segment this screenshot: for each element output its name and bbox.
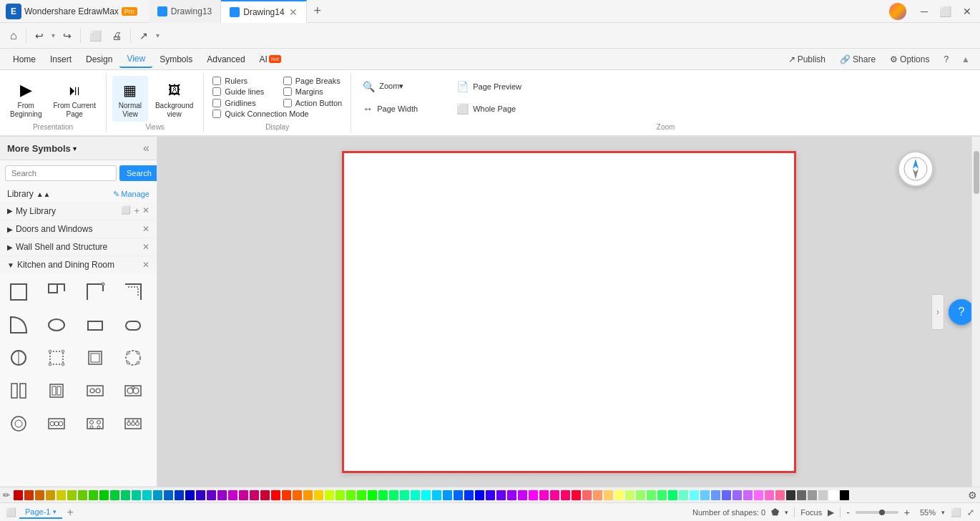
- page-preview-button[interactable]: 📄 Page Preview: [451, 79, 543, 94]
- play-button[interactable]: ▶: [828, 507, 834, 517]
- color-swatch[interactable]: [732, 490, 742, 500]
- color-swatch[interactable]: [743, 490, 753, 500]
- add-tab-button[interactable]: +: [307, 0, 329, 23]
- from-beginning-button[interactable]: ▶ FromBeginning: [6, 76, 46, 122]
- page-settings-icon[interactable]: ⬜: [6, 507, 16, 517]
- color-swatch[interactable]: [539, 490, 549, 500]
- tab-drawing13[interactable]: Drawing13: [149, 0, 221, 23]
- zoom-out-button[interactable]: -: [846, 507, 850, 518]
- my-library-add-icon[interactable]: +: [134, 205, 139, 216]
- page-width-button[interactable]: ↔ Page Width: [357, 101, 449, 117]
- gridlines-checkbox[interactable]: Gridlines: [212, 99, 271, 107]
- shape-item[interactable]: [117, 375, 149, 406]
- zoom-dropdown-button[interactable]: 🔍 Zoom▾: [357, 79, 449, 94]
- color-swatch[interactable]: [153, 490, 162, 500]
- collapse-sidebar-button[interactable]: «: [143, 142, 150, 155]
- color-swatch[interactable]: [196, 490, 205, 500]
- color-swatch[interactable]: [314, 490, 323, 500]
- shape-item[interactable]: [117, 408, 149, 439]
- shape-item[interactable]: [3, 342, 34, 374]
- print-button[interactable]: 🖨: [107, 28, 126, 44]
- color-swatch[interactable]: [625, 490, 634, 500]
- collapse-right-button[interactable]: ›: [931, 294, 944, 330]
- menu-design[interactable]: Design: [79, 52, 119, 67]
- color-swatch[interactable]: [400, 490, 409, 500]
- library-collapse-icon[interactable]: ▲▲: [36, 190, 51, 198]
- normal-view-button[interactable]: ▦ NormalView: [112, 76, 148, 122]
- help-button[interactable]: ?: [938, 52, 954, 67]
- color-swatch[interactable]: [335, 490, 345, 500]
- shape-item[interactable]: [41, 276, 72, 308]
- color-swatch[interactable]: [228, 490, 237, 500]
- whole-page-button[interactable]: ⬜ Whole Page: [451, 101, 543, 117]
- color-swatch[interactable]: [818, 490, 828, 500]
- color-selector-icon[interactable]: ✏: [3, 490, 10, 500]
- export-button[interactable]: ↗: [135, 28, 152, 44]
- color-swatch[interactable]: [67, 490, 77, 500]
- color-swatch[interactable]: [271, 490, 280, 500]
- menu-view[interactable]: View: [119, 51, 152, 68]
- color-swatch[interactable]: [217, 490, 227, 500]
- color-swatch[interactable]: [486, 490, 495, 500]
- settings-icon[interactable]: ⚙: [968, 490, 977, 501]
- redo-button[interactable]: ↪: [59, 28, 76, 44]
- shape-item[interactable]: [79, 408, 111, 439]
- options-button[interactable]: ⚙Options: [884, 52, 935, 67]
- color-swatch[interactable]: [840, 490, 849, 500]
- undo-dropdown[interactable]: ▾: [49, 29, 57, 42]
- color-swatch[interactable]: [808, 490, 817, 500]
- fullscreen-button[interactable]: ⤢: [967, 507, 974, 517]
- shape-item[interactable]: [41, 375, 72, 406]
- nav-compass[interactable]: [898, 151, 934, 187]
- color-swatch[interactable]: [35, 490, 44, 500]
- color-swatch[interactable]: [604, 490, 613, 500]
- color-swatch[interactable]: [765, 490, 774, 500]
- minimize-button[interactable]: ─: [918, 6, 931, 17]
- color-swatch[interactable]: [507, 490, 516, 500]
- color-swatch[interactable]: [110, 490, 119, 500]
- drawing-canvas[interactable]: [342, 151, 796, 473]
- shape-type-icon[interactable]: ⬟: [771, 507, 779, 517]
- shape-item[interactable]: [117, 309, 149, 341]
- kitchen-close-icon[interactable]: ✕: [142, 260, 150, 270]
- shape-item[interactable]: [3, 276, 34, 308]
- color-swatch[interactable]: [421, 490, 431, 500]
- action-button-checkbox[interactable]: Action Button: [283, 99, 342, 107]
- tab-drawing14[interactable]: Drawing14 ✕: [221, 0, 306, 23]
- color-swatch[interactable]: [175, 490, 184, 500]
- shape-dropdown[interactable]: ▾: [785, 509, 788, 516]
- color-swatch[interactable]: [24, 490, 34, 500]
- canvas-area[interactable]: › ?: [157, 137, 980, 487]
- my-library-close-icon[interactable]: ✕: [142, 205, 150, 216]
- color-swatch[interactable]: [207, 490, 216, 500]
- color-swatch[interactable]: [443, 490, 452, 500]
- color-swatch[interactable]: [239, 490, 248, 500]
- menu-ai[interactable]: AI hot: [253, 52, 288, 67]
- page-breaks-checkbox[interactable]: Page Breaks: [283, 77, 342, 85]
- color-swatch[interactable]: [260, 490, 270, 500]
- color-swatch[interactable]: [464, 490, 474, 500]
- color-swatch[interactable]: [142, 490, 152, 500]
- color-swatch[interactable]: [593, 490, 602, 500]
- kitchen-header[interactable]: ▼ Kitchen and Dining Room ✕: [0, 256, 157, 273]
- color-swatch[interactable]: [690, 490, 699, 500]
- color-swatch[interactable]: [46, 490, 55, 500]
- page-setup-button[interactable]: ⬜: [85, 28, 106, 44]
- menu-symbols[interactable]: Symbols: [152, 52, 200, 67]
- color-swatch[interactable]: [754, 490, 763, 500]
- color-swatch[interactable]: [636, 490, 645, 500]
- add-page-button[interactable]: +: [62, 505, 77, 520]
- zoom-dropdown[interactable]: ▾: [941, 509, 945, 516]
- my-library-export-icon[interactable]: ⬜: [121, 205, 131, 216]
- export-dropdown[interactable]: ▾: [154, 29, 162, 42]
- color-swatch[interactable]: [454, 490, 463, 500]
- color-swatch[interactable]: [496, 490, 506, 500]
- page-tab-active[interactable]: Page-1 ▾: [19, 506, 62, 519]
- undo-button[interactable]: ↩: [31, 28, 48, 44]
- shape-item[interactable]: [79, 276, 111, 308]
- color-swatch[interactable]: [722, 490, 731, 500]
- page-tab-dropdown[interactable]: ▾: [53, 508, 57, 515]
- collapse-ribbon-button[interactable]: ▲: [957, 52, 974, 67]
- color-swatch[interactable]: [614, 490, 624, 500]
- menu-advanced[interactable]: Advanced: [200, 52, 252, 67]
